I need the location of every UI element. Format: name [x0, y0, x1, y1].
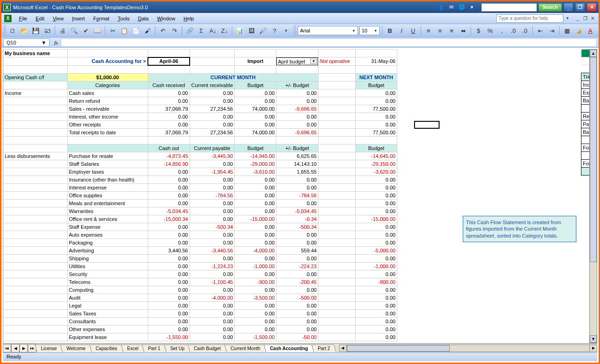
- table-cell[interactable]: 0.00: [190, 120, 235, 128]
- table-cell[interactable]: 37,068.79: [148, 105, 190, 113]
- table-row-category[interactable]: Telecoms: [67, 278, 148, 286]
- table-row-category[interactable]: Utilities: [67, 262, 148, 270]
- table-cell[interactable]: 0.00: [355, 317, 397, 325]
- table-cell[interactable]: 0.00: [190, 238, 235, 246]
- table-cell[interactable]: -4,873.45: [148, 152, 190, 160]
- table-cell[interactable]: 74,000.00: [235, 128, 276, 136]
- folder-icon[interactable]: ▾: [468, 4, 476, 11]
- permission-icon[interactable]: 🖃: [42, 25, 52, 36]
- table-cell[interactable]: -784.56: [190, 191, 235, 199]
- table-cell[interactable]: -5,034.45: [148, 207, 190, 215]
- table-cell[interactable]: -200.45: [276, 278, 319, 286]
- business-name-cell[interactable]: My business name: [3, 50, 67, 57]
- table-cell[interactable]: 0.00: [235, 317, 276, 325]
- table-cell[interactable]: 0.00: [148, 199, 190, 207]
- table-cell[interactable]: 0.00: [235, 270, 276, 278]
- table-cell[interactable]: -4,000.00: [235, 246, 276, 254]
- table-cell[interactable]: 0.00: [235, 97, 276, 105]
- table-cell[interactable]: 0.00: [148, 270, 190, 278]
- table-row-category[interactable]: Consultants: [67, 317, 148, 325]
- table-cell[interactable]: 0.00: [235, 176, 276, 183]
- table-cell[interactable]: 0.00: [148, 294, 190, 301]
- table-cell[interactable]: -1,954.45: [190, 168, 235, 176]
- table-cell[interactable]: 0.00: [355, 97, 397, 105]
- table-cell[interactable]: 6,625.65: [276, 152, 319, 160]
- table-cell[interactable]: 0.00: [276, 231, 319, 238]
- table-cell[interactable]: 77,500.00: [355, 105, 397, 113]
- horizontal-scrollbar[interactable]: ◀ ▶: [339, 345, 597, 352]
- increase-indent-icon[interactable]: ⇥: [547, 25, 557, 36]
- table-row-category[interactable]: Other receipts: [67, 120, 148, 128]
- sheet-tab[interactable]: Set Up: [164, 345, 191, 352]
- table-cell[interactable]: -3,500.00: [235, 294, 276, 301]
- sheet-tab[interactable]: Capacities: [89, 345, 123, 352]
- table-cell[interactable]: 0.00: [276, 254, 319, 262]
- name-box[interactable]: Q10▼: [3, 38, 50, 47]
- table-cell[interactable]: 77,500.00: [355, 128, 397, 136]
- table-cell[interactable]: 0.00: [355, 113, 397, 120]
- table-row-category[interactable]: Purchase for resale: [67, 152, 148, 160]
- import-select[interactable]: April budget▼: [276, 57, 318, 65]
- table-cell[interactable]: -5,000.00: [355, 246, 397, 254]
- comma-icon[interactable]: ,: [497, 25, 507, 36]
- table-cell[interactable]: 0.00: [276, 317, 319, 325]
- table-cell[interactable]: 0.00: [148, 223, 190, 231]
- table-cell[interactable]: 0.00: [276, 120, 319, 128]
- tab-nav-first-icon[interactable]: ⏮: [3, 344, 11, 352]
- table-cell[interactable]: 0.00: [148, 231, 190, 238]
- new-icon[interactable]: 🗋: [7, 25, 18, 36]
- table-cell[interactable]: 0.00: [235, 301, 276, 309]
- cut-icon[interactable]: ✂: [108, 25, 118, 36]
- table-cell[interactable]: 0.00: [355, 270, 397, 278]
- table-cell[interactable]: -3,440.56: [190, 246, 235, 254]
- table-cell[interactable]: 0.00: [355, 254, 397, 262]
- menu-format[interactable]: Format: [89, 14, 113, 23]
- table-cell[interactable]: 0.00: [235, 183, 276, 191]
- table-cell[interactable]: 0.00: [355, 325, 397, 333]
- table-cell[interactable]: 0.00: [355, 294, 397, 301]
- table-cell[interactable]: 0.00: [148, 262, 190, 270]
- table-cell[interactable]: 0.00: [235, 223, 276, 231]
- align-center-icon[interactable]: ≡: [435, 25, 445, 36]
- table-cell[interactable]: 0.00: [355, 223, 397, 231]
- table-cell[interactable]: -900.00: [355, 278, 397, 286]
- sheet-tab[interactable]: License: [35, 345, 63, 352]
- table-cell[interactable]: 0.00: [355, 183, 397, 191]
- currency-icon[interactable]: $: [473, 25, 484, 36]
- table-cell[interactable]: 0.00: [148, 183, 190, 191]
- table-row-category[interactable]: Office supplies: [67, 191, 148, 199]
- table-cell[interactable]: 0.00: [235, 231, 276, 238]
- table-cell[interactable]: -500.00: [276, 294, 319, 301]
- table-cell[interactable]: -14,945.00: [235, 152, 276, 160]
- table-cell[interactable]: 0.00: [190, 215, 235, 223]
- table-cell[interactable]: -3,610.00: [235, 168, 276, 176]
- font-size-select[interactable]: 10▼: [359, 26, 380, 35]
- menu-window[interactable]: Window: [153, 14, 179, 23]
- spell-icon[interactable]: ✔: [81, 25, 91, 36]
- table-cell[interactable]: 0.00: [190, 89, 235, 97]
- table-cell[interactable]: -9,696.65: [276, 128, 319, 136]
- table-cell[interactable]: -900.00: [235, 278, 276, 286]
- align-right-icon[interactable]: ≡: [447, 25, 457, 36]
- align-left-icon[interactable]: ≡: [423, 25, 434, 36]
- table-row-category[interactable]: Office rent & services: [67, 215, 148, 223]
- period-cell[interactable]: April-06: [148, 57, 190, 66]
- table-cell[interactable]: 0.00: [190, 254, 235, 262]
- help-search-input[interactable]: [496, 14, 563, 23]
- table-cell[interactable]: -1,500.00: [235, 333, 276, 341]
- table-cell[interactable]: 0.00: [148, 120, 190, 128]
- table-row-category[interactable]: Return refund: [67, 97, 148, 105]
- table-cell[interactable]: 0.00: [190, 97, 235, 105]
- open-icon[interactable]: 📂: [19, 25, 29, 36]
- table-cell[interactable]: -50.00: [276, 333, 319, 341]
- table-cell[interactable]: 0.00: [235, 89, 276, 97]
- underline-icon[interactable]: U: [408, 25, 418, 36]
- menu-view[interactable]: View: [49, 14, 68, 23]
- scroll-down-icon[interactable]: ▼: [590, 335, 597, 343]
- tab-nav-next-icon[interactable]: ▶: [19, 344, 28, 352]
- wb-close-button[interactable]: ✕: [589, 15, 596, 22]
- maximize-button[interactable]: ❐: [575, 3, 585, 12]
- table-cell[interactable]: 0.00: [148, 238, 190, 246]
- titlebar-search-input[interactable]: [481, 3, 537, 12]
- table-cell[interactable]: 0.00: [148, 176, 190, 183]
